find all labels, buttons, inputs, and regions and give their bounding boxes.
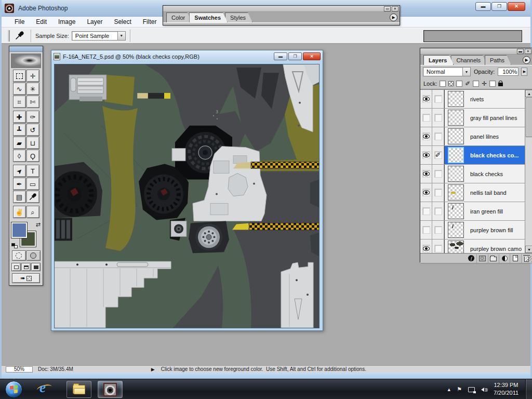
tool-healing-brush[interactable]: ✚	[13, 111, 26, 123]
layer-thumbnail[interactable]	[444, 127, 467, 145]
layer-link-cell[interactable]	[432, 165, 444, 183]
lock-position-checkbox[interactable]	[473, 81, 479, 87]
options-bar-grip[interactable]	[8, 30, 10, 42]
layer-thumbnail[interactable]: i	[444, 221, 467, 239]
layer-thumbnail[interactable]: i	[444, 202, 467, 220]
layer-thumbnail[interactable]	[444, 240, 467, 253]
layer-link-cell[interactable]	[432, 90, 444, 108]
layer-row[interactable]: ✐black checks co...	[420, 146, 532, 165]
scroll-up-icon[interactable]: ▲	[525, 90, 532, 97]
tool-eyedropper[interactable]	[26, 191, 39, 203]
foreground-color-swatch[interactable]	[11, 222, 27, 238]
tool-notes[interactable]: ▤	[13, 191, 26, 203]
document-titlebar[interactable]: F-16A_NETZ_5.psd @ 50% (black checks cop…	[51, 50, 323, 62]
swap-colors-icon[interactable]: ⇄	[36, 221, 41, 228]
volume-icon[interactable]: )))	[481, 387, 487, 392]
layer-name[interactable]: gray fill panel lines	[467, 109, 532, 127]
layer-name[interactable]: iran green fill	[467, 202, 532, 220]
tool-rectangular-marquee[interactable]	[13, 70, 26, 82]
jump-to-imageready-button[interactable]: ➠	[12, 273, 40, 283]
scrollbar-thumb[interactable]	[526, 98, 532, 137]
network-icon[interactable]	[468, 387, 475, 392]
layer-row[interactable]: black checks	[420, 165, 532, 183]
status-flyout-arrow[interactable]: ▶	[151, 367, 155, 372]
opacity-field[interactable]: 100%	[498, 68, 518, 76]
tool-history-brush[interactable]: ↺	[26, 124, 39, 136]
explorer-taskbar-button[interactable]	[66, 381, 91, 398]
tool-eraser[interactable]: ▰	[13, 137, 26, 149]
layer-visibility-toggle[interactable]	[420, 183, 432, 202]
tool-pen[interactable]: ✒	[13, 178, 26, 190]
layer-row[interactable]: panel lilnes	[420, 127, 532, 146]
layer-visibility-toggle[interactable]	[420, 90, 432, 108]
tool-paint-bucket[interactable]: ⊔	[26, 137, 39, 149]
blend-mode-dropdown[interactable]: Normal ▼	[423, 67, 471, 76]
layer-link-cell[interactable]	[432, 109, 444, 127]
canvas[interactable]: 3	[54, 64, 320, 328]
doc-restore-button[interactable]: ❐	[288, 52, 302, 60]
new-layer-button[interactable]	[510, 254, 521, 263]
layer-name[interactable]: purpley brown fill	[467, 221, 532, 239]
internet-explorer-button[interactable]: e	[36, 381, 53, 397]
layer-thumbnail[interactable]	[444, 183, 467, 202]
tool-move[interactable]: ✛	[26, 70, 39, 82]
layers-palette-titlebar[interactable]: ▬ ✕	[420, 48, 532, 55]
new-group-button[interactable]	[488, 254, 499, 263]
layer-visibility-toggle[interactable]	[420, 127, 432, 145]
layer-visibility-toggle[interactable]	[420, 146, 432, 164]
palette-minimize-icon[interactable]: ▭	[384, 6, 391, 11]
layer-row[interactable]: nellis tail band	[420, 183, 532, 202]
layer-name[interactable]: panel lilnes	[467, 127, 532, 145]
doc-minimize-button[interactable]: ▬	[274, 52, 287, 60]
layer-style-button[interactable]: f	[466, 254, 477, 263]
start-button[interactable]	[5, 381, 22, 398]
show-hidden-icons[interactable]: ▴	[448, 386, 451, 393]
tool-lasso[interactable]: ∿	[13, 83, 26, 95]
tool-rectangle-shape[interactable]: ▭	[26, 178, 39, 190]
layer-visibility-toggle[interactable]	[420, 202, 432, 220]
tab-swatches[interactable]: Swatches	[189, 12, 228, 22]
layer-link-cell[interactable]	[432, 183, 444, 202]
layers-scrollbar[interactable]: ▲ ▼	[525, 90, 532, 253]
layer-row[interactable]: ipurpley brown fill	[420, 221, 532, 240]
close-button[interactable]: ✕	[508, 2, 525, 11]
tool-slice[interactable]: ✄	[26, 96, 39, 108]
layer-link-cell[interactable]	[432, 221, 444, 239]
layer-name[interactable]: black checks co...	[467, 146, 532, 164]
quick-mask-button[interactable]	[26, 250, 41, 261]
menu-layer[interactable]: Layer	[81, 17, 108, 27]
tool-blur[interactable]: ◊	[13, 150, 26, 162]
lock-transparency-checkbox[interactable]	[440, 81, 446, 87]
palette-close-icon[interactable]: ✕	[392, 6, 398, 11]
layer-link-cell[interactable]	[432, 240, 444, 253]
tool-brush[interactable]: ✑	[26, 111, 39, 123]
toolbox-titlebar[interactable]	[9, 46, 43, 52]
show-desktop-button[interactable]	[525, 379, 532, 399]
scroll-down-icon[interactable]: ▼	[525, 246, 532, 253]
tool-path-selection[interactable]: ➤	[13, 165, 26, 177]
palette-well[interactable]	[423, 30, 522, 42]
tool-clone-stamp[interactable]: ┻	[13, 124, 26, 136]
menu-filter[interactable]: Filter	[137, 17, 163, 27]
fullscreen-button[interactable]	[31, 263, 41, 271]
add-mask-button[interactable]	[477, 254, 488, 263]
tab-paths[interactable]: Paths	[485, 55, 511, 65]
layer-visibility-toggle[interactable]	[420, 221, 432, 239]
layers-minimize-icon[interactable]: ▬	[517, 49, 524, 54]
sample-size-dropdown[interactable]: Point Sample ▼	[72, 31, 126, 41]
tool-magic-wand[interactable]: ✳	[26, 83, 39, 95]
layer-visibility-toggle[interactable]	[420, 165, 432, 183]
tool-zoom[interactable]: ⌕	[26, 206, 39, 218]
layer-row[interactable]: purpley brown camo	[420, 240, 532, 253]
lock-paint-checkbox[interactable]	[456, 81, 462, 87]
layer-link-cell[interactable]	[432, 202, 444, 220]
photoshop-eye-banner[interactable]	[11, 54, 41, 68]
layer-row[interactable]: gray fill panel lines	[420, 109, 532, 127]
dropdown-arrow-icon[interactable]: ▼	[462, 68, 470, 76]
layers-menu-icon[interactable]: ▶	[523, 56, 530, 64]
swatches-palette-titlebar[interactable]: ▭ ✕	[163, 6, 400, 12]
layer-thumbnail[interactable]	[444, 165, 467, 183]
zoom-level-field[interactable]: 50%	[6, 366, 33, 373]
tool-type[interactable]: T	[26, 165, 39, 177]
taskbar-clock[interactable]: 12:39 PM 7/20/2011	[489, 381, 523, 397]
